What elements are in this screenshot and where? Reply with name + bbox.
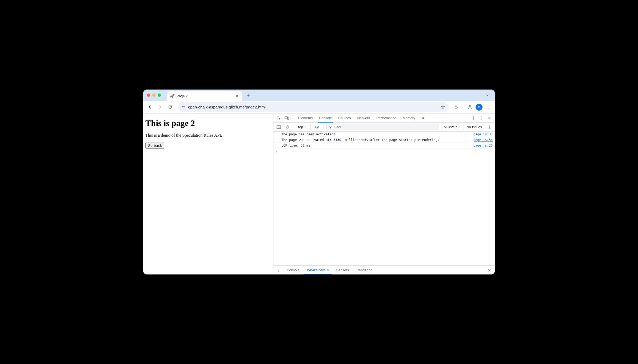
- console-toolbar: top Filter All levels No Issues: [273, 123, 495, 132]
- chevron-down-icon: [486, 94, 489, 97]
- maximize-window-button[interactable]: [158, 94, 161, 97]
- log-source-link[interactable]: page.js:34: [473, 138, 493, 142]
- traffic-lights: [145, 94, 164, 97]
- reload-icon: [168, 105, 173, 110]
- issues-indicator[interactable]: No Issues: [464, 124, 485, 130]
- svg-point-2: [488, 105, 489, 106]
- close-drawer-tab-button[interactable]: ✕: [326, 268, 329, 272]
- content-area: This is page 2 This is a demo of the Spe…: [143, 114, 495, 274]
- devtools-panel: ElementsConsoleSourcesNetworkPerformance…: [273, 114, 495, 274]
- clear-console-button[interactable]: [284, 123, 291, 131]
- more-tabs-button[interactable]: [419, 114, 426, 122]
- svg-rect-6: [285, 116, 288, 119]
- context-selector[interactable]: top: [297, 124, 308, 130]
- extensions-button[interactable]: [452, 103, 461, 112]
- kebab-icon: [486, 105, 490, 109]
- close-devtools-button[interactable]: [486, 114, 493, 122]
- page-paragraph: This is a demo of the Speculation Rules …: [145, 133, 271, 138]
- devtools-tab-elements[interactable]: Elements: [295, 114, 316, 122]
- log-levels-selector[interactable]: All levels: [441, 124, 462, 130]
- log-message: LCP time: 50 ms: [281, 144, 470, 147]
- devtools-tab-memory[interactable]: Memory: [400, 114, 418, 122]
- arrow-right-icon: [158, 105, 162, 110]
- inspect-element-button[interactable]: [275, 114, 282, 122]
- svg-point-17: [278, 270, 279, 270]
- svg-point-4: [488, 108, 489, 109]
- sidebar-icon: [277, 125, 281, 129]
- console-filter-input[interactable]: Filter: [326, 124, 439, 130]
- drawer-tab-label: Console: [287, 268, 300, 272]
- address-bar[interactable]: open-chalk-asparagus.glitch.me/page2.htm…: [178, 102, 449, 112]
- devtools-menu-button[interactable]: [478, 114, 485, 122]
- divider: [324, 124, 324, 130]
- forward-button[interactable]: [155, 103, 165, 112]
- funnel-icon: [329, 126, 332, 129]
- tab-search-button[interactable]: [484, 91, 491, 99]
- log-message: The page was activated at: 5130 millisec…: [281, 138, 470, 142]
- svg-point-0: [182, 106, 183, 107]
- devtools-tab-network[interactable]: Network: [354, 114, 373, 122]
- drawer-tab-what-s-new[interactable]: What's new✕: [303, 266, 333, 274]
- star-icon[interactable]: [441, 105, 445, 110]
- drawer-tab-console[interactable]: Console: [283, 266, 303, 274]
- svg-rect-12: [277, 126, 281, 128]
- divider: [293, 115, 293, 121]
- svg-point-3: [488, 107, 489, 107]
- kebab-icon: [277, 268, 281, 272]
- gear-icon: [471, 116, 476, 120]
- console-log-row: LCP time: 50 mspage.js:20: [273, 143, 495, 148]
- gear-icon: [487, 125, 492, 129]
- tab-favicon-icon: 🚀: [170, 94, 174, 98]
- drawer-tab-rendering[interactable]: Rendering: [353, 266, 376, 274]
- devtools-settings-button[interactable]: [470, 114, 477, 122]
- kebab-icon: [480, 116, 483, 120]
- url-text: open-chalk-asparagus.glitch.me/page2.htm…: [188, 105, 438, 109]
- toggle-sidebar-button[interactable]: [275, 123, 282, 131]
- reload-button[interactable]: [166, 103, 175, 112]
- toolbar-divider: [463, 104, 463, 110]
- divider: [294, 124, 294, 130]
- device-toolbar-button[interactable]: [283, 114, 290, 122]
- tab-strip: 🚀 Page 2 ✕ ＋: [143, 90, 495, 101]
- close-drawer-button[interactable]: [486, 266, 493, 274]
- devtools-tab-bar: ElementsConsoleSourcesNetworkPerformance…: [273, 114, 495, 123]
- levels-label: All levels: [444, 125, 457, 129]
- drawer-tab-sensors[interactable]: Sensors: [333, 266, 353, 274]
- profile-avatar[interactable]: B: [476, 104, 483, 111]
- svg-point-1: [184, 107, 185, 108]
- log-source-link[interactable]: page.js:20: [473, 144, 493, 147]
- svg-point-16: [278, 269, 279, 269]
- close-window-button[interactable]: [147, 94, 150, 97]
- chrome-menu-button[interactable]: [484, 103, 493, 112]
- chevrons-right-icon: [421, 116, 425, 120]
- minimize-window-button[interactable]: [152, 94, 155, 97]
- console-output: The page has been activated!page.js:33Th…: [273, 132, 495, 265]
- new-tab-button[interactable]: ＋: [245, 91, 252, 99]
- devtools-drawer: ConsoleWhat's new✕SensorsRendering: [273, 265, 495, 274]
- inspect-icon: [277, 116, 281, 120]
- console-settings-button[interactable]: [486, 123, 493, 131]
- site-settings-icon: [181, 105, 185, 109]
- live-expression-button[interactable]: [313, 123, 321, 131]
- browser-tab[interactable]: 🚀 Page 2 ✕: [167, 91, 242, 101]
- close-tab-button[interactable]: ✕: [235, 94, 239, 98]
- back-button[interactable]: [145, 103, 154, 112]
- drawer-tab-label: Sensors: [336, 268, 349, 272]
- log-message: The page has been activated!: [281, 132, 470, 136]
- close-icon: [488, 116, 491, 120]
- console-log-row: The page has been activated!page.js:33: [273, 132, 495, 137]
- log-source-link[interactable]: page.js:33: [473, 132, 493, 136]
- devtools-tab-performance[interactable]: Performance: [373, 114, 399, 122]
- console-prompt[interactable]: ›: [273, 148, 495, 154]
- devtools-tab-console[interactable]: Console: [316, 114, 335, 122]
- devices-icon: [284, 116, 289, 120]
- labs-button[interactable]: [465, 103, 474, 112]
- page-viewport: This is page 2 This is a demo of the Spe…: [143, 114, 273, 274]
- svg-point-9: [481, 116, 482, 117]
- puzzle-icon: [454, 105, 459, 110]
- drawer-tab-label: Rendering: [356, 268, 372, 272]
- go-back-button[interactable]: Go back: [145, 143, 164, 149]
- drawer-menu-button[interactable]: [275, 266, 282, 274]
- page-heading: This is page 2: [145, 118, 271, 128]
- devtools-tab-sources[interactable]: Sources: [335, 114, 354, 122]
